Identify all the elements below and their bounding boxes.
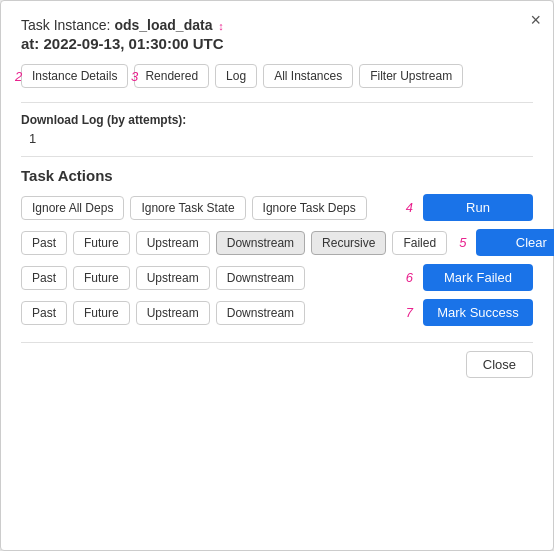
toggle-downstream-clear[interactable]: Downstream — [216, 231, 305, 255]
toggle-ignore-task-deps[interactable]: Ignore Task Deps — [252, 196, 367, 220]
annotation-2: 2 — [15, 69, 22, 84]
toggle-future-mark-failed[interactable]: Future — [73, 266, 130, 290]
toggle-upstream-mark-failed[interactable]: Upstream — [136, 266, 210, 290]
mark-success-button[interactable]: Mark Success — [423, 299, 533, 326]
annotation-4: 4 — [406, 200, 413, 215]
toggle-past-mark-success[interactable]: Past — [21, 301, 67, 325]
task-actions-title: Task Actions — [21, 167, 533, 184]
modal-footer: Close — [21, 342, 533, 378]
toggle-past-clear[interactable]: Past — [21, 231, 67, 255]
modal-title: Task Instance: ods_load_data ↕ — [21, 17, 533, 33]
run-button[interactable]: Run — [423, 194, 533, 221]
modal-subtitle: at: 2022-09-13, 01:30:00 UTC — [21, 35, 533, 52]
toggle-ignore-all-deps[interactable]: Ignore All Deps — [21, 196, 124, 220]
clear-button[interactable]: Clear — [476, 229, 554, 256]
toggle-upstream-mark-success[interactable]: Upstream — [136, 301, 210, 325]
download-log-label: Download Log (by attempts): — [21, 113, 533, 127]
footer-close-button[interactable]: Close — [466, 351, 533, 378]
toggle-recursive-clear[interactable]: Recursive — [311, 231, 386, 255]
toggle-failed-clear[interactable]: Failed — [392, 231, 447, 255]
cursor-icon: ↕ — [218, 20, 224, 32]
task-instance-modal: × Task Instance: ods_load_data ↕ at: 202… — [0, 0, 554, 551]
action-row-run: Ignore All Deps Ignore Task State Ignore… — [21, 194, 533, 221]
tab-rendered[interactable]: Rendered — [134, 64, 209, 88]
annotation-3: 3 — [131, 69, 138, 84]
tab-log[interactable]: Log — [215, 64, 257, 88]
annotation-7: 7 — [406, 305, 413, 320]
mark-failed-button[interactable]: Mark Failed — [423, 264, 533, 291]
annotation-5: 5 — [459, 235, 466, 250]
divider-1 — [21, 102, 533, 103]
toggle-future-mark-success[interactable]: Future — [73, 301, 130, 325]
toggle-downstream-mark-failed[interactable]: Downstream — [216, 266, 305, 290]
action-row-mark-failed: Past Future Upstream Downstream 6 Mark F… — [21, 264, 533, 291]
task-name: ods_load_data — [114, 17, 212, 33]
toggle-upstream-clear[interactable]: Upstream — [136, 231, 210, 255]
title-prefix: Task Instance: — [21, 17, 114, 33]
tab-filter-upstream[interactable]: Filter Upstream — [359, 64, 463, 88]
action-row-clear: Past Future Upstream Downstream Recursiv… — [21, 229, 533, 256]
modal-close-x-button[interactable]: × — [530, 11, 541, 29]
tab-instance-details[interactable]: Instance Details — [21, 64, 128, 88]
toggle-future-clear[interactable]: Future — [73, 231, 130, 255]
tabs-row: Instance Details Rendered Log All Instan… — [21, 64, 533, 88]
divider-2 — [21, 156, 533, 157]
action-row-mark-success: Past Future Upstream Downstream 7 Mark S… — [21, 299, 533, 326]
toggle-ignore-task-state[interactable]: Ignore Task State — [130, 196, 245, 220]
download-log-count: 1 — [29, 131, 533, 146]
toggle-downstream-mark-success[interactable]: Downstream — [216, 301, 305, 325]
annotation-6: 6 — [406, 270, 413, 285]
tab-all-instances[interactable]: All Instances — [263, 64, 353, 88]
toggle-past-mark-failed[interactable]: Past — [21, 266, 67, 290]
